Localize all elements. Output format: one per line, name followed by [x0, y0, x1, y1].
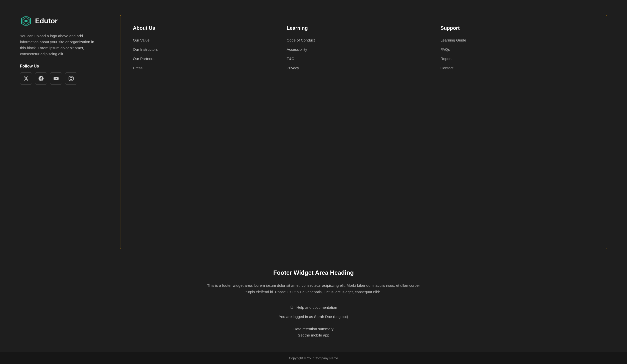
facebook-button[interactable]	[35, 72, 47, 84]
nav-column-learning: Learning Code of Conduct Accessibility T…	[287, 25, 440, 239]
nav-link-our-instructors[interactable]: Our Instructors	[133, 47, 287, 52]
mobile-app-link[interactable]: Get the mobile app	[298, 333, 329, 337]
help-link-label: Help and documentation	[296, 305, 337, 310]
twitter-button[interactable]	[20, 72, 32, 84]
login-status: You are logged in as Sarah Doe (Log out)	[20, 314, 607, 319]
svg-line-8	[23, 22, 25, 23]
login-status-text: You are logged in as Sarah Doe (Log out)	[279, 314, 348, 319]
instagram-button[interactable]	[65, 72, 77, 84]
footer-links-bottom: Data retention summary Get the mobile ap…	[20, 327, 607, 337]
support-title: Support	[441, 25, 594, 31]
nav-link-faqs[interactable]: FAQs	[441, 47, 594, 52]
copyright-text: Copyright © Your Company Name	[289, 356, 338, 360]
youtube-button[interactable]	[50, 72, 62, 84]
nav-link-privacy[interactable]: Privacy	[287, 66, 440, 70]
footer-brand: Edutor You can upload a logo above and a…	[20, 15, 100, 249]
copyright-bar: Copyright © Your Company Name	[0, 352, 627, 364]
footer-main: Edutor You can upload a logo above and a…	[0, 0, 627, 264]
logo-icon	[20, 15, 32, 27]
footer-widget-area: Footer Widget Area Heading This is a foo…	[0, 264, 627, 352]
widget-text: This is a footer widget area. Lorem ipsu…	[206, 282, 421, 295]
footer-nav-box: About Us Our Value Our Instructors Our P…	[120, 15, 607, 249]
about-us-title: About Us	[133, 25, 287, 31]
widget-heading: Footer Widget Area Heading	[20, 269, 607, 276]
nav-link-tc[interactable]: T&C	[287, 56, 440, 61]
svg-point-2	[25, 20, 27, 22]
logo-text: Edutor	[35, 17, 58, 25]
logo-area: Edutor	[20, 15, 100, 27]
svg-line-7	[27, 20, 29, 20]
nav-column-about: About Us Our Value Our Instructors Our P…	[133, 25, 287, 239]
nav-link-learning-guide[interactable]: Learning Guide	[441, 38, 594, 42]
nav-link-accessibility[interactable]: Accessibility	[287, 47, 440, 52]
help-icon: 🗒	[290, 305, 294, 310]
nav-link-press[interactable]: Press	[133, 66, 287, 70]
svg-line-5	[23, 20, 25, 20]
social-icons	[20, 72, 100, 84]
svg-line-6	[27, 22, 29, 23]
nav-column-support: Support Learning Guide FAQs Report Conta…	[441, 25, 594, 239]
learning-title: Learning	[287, 25, 440, 31]
data-retention-link[interactable]: Data retention summary	[293, 327, 333, 331]
nav-link-code-of-conduct[interactable]: Code of Conduct	[287, 38, 440, 42]
nav-link-our-value[interactable]: Our Value	[133, 38, 287, 42]
nav-link-report[interactable]: Report	[441, 56, 594, 61]
brand-description: You can upload a logo above and add info…	[20, 33, 100, 57]
nav-link-our-partners[interactable]: Our Partners	[133, 56, 287, 61]
follow-us-label: Follow Us	[20, 64, 100, 68]
help-link[interactable]: 🗒 Help and documentation	[20, 305, 607, 310]
nav-link-contact[interactable]: Contact	[441, 66, 594, 70]
